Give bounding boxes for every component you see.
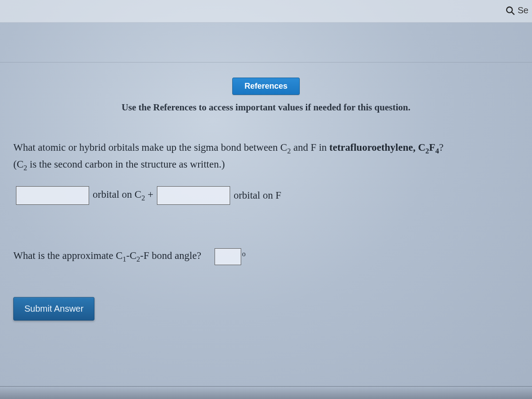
angle-pre: What is the approximate C [13, 250, 123, 261]
bond-angle-input[interactable] [215, 248, 241, 265]
orbital-label1-post: + [145, 189, 153, 200]
q-line2-post: is the second carbon in the structure as… [27, 159, 225, 170]
question-text: What atomic or hybrid orbitals make up t… [13, 140, 527, 174]
orbital-f-input[interactable] [157, 186, 230, 205]
orbital-label-f: orbital on F [234, 190, 281, 201]
orbital-c2-input[interactable] [16, 186, 89, 205]
top-bar: Se [0, 0, 532, 23]
q-sub-c2: 2 [287, 147, 291, 155]
q-compound-sub2: 4 [435, 147, 439, 155]
references-row: References [0, 78, 532, 95]
bottom-edge [0, 386, 532, 399]
q-compound: tetrafluoroethylene, C [329, 142, 426, 153]
svg-line-1 [511, 12, 514, 14]
references-button[interactable]: References [232, 78, 299, 95]
divider [0, 62, 532, 63]
orbital-label1-pre: orbital on C [93, 189, 141, 200]
q-line1-pre: What atomic or hybrid orbitals make up t… [13, 142, 287, 153]
instruction-text: Use the References to access important v… [0, 102, 532, 113]
q-line2-pre: (C [13, 159, 23, 170]
q-line1-mid: and F in [291, 142, 329, 153]
angle-post: -F bond angle? [140, 250, 201, 261]
angle-question: What is the approximate C1-C2-F bond ang… [13, 250, 201, 264]
q-compound-f: F [429, 142, 435, 153]
angle-sub1: 1 [123, 254, 126, 263]
orbital-row: orbital on C2 + orbital on F [12, 186, 281, 205]
angle-row: What is the approximate C1-C2-F bond ang… [13, 248, 246, 265]
search-icon [505, 6, 515, 16]
search-label-fragment: Se [518, 5, 528, 16]
orbital-label1-sub: 2 [141, 193, 145, 202]
angle-sub2: 2 [137, 254, 140, 263]
degree-symbol: o [242, 250, 246, 258]
angle-dash1: -C [126, 250, 137, 261]
orbital-label-c2: orbital on C2 + [93, 189, 153, 203]
svg-point-0 [506, 7, 512, 12]
q-qmark: ? [439, 142, 443, 153]
q-compound-sub1: 2 [426, 147, 429, 155]
search-area[interactable]: Se [505, 5, 528, 16]
submit-answer-button[interactable]: Submit Answer [13, 297, 94, 321]
